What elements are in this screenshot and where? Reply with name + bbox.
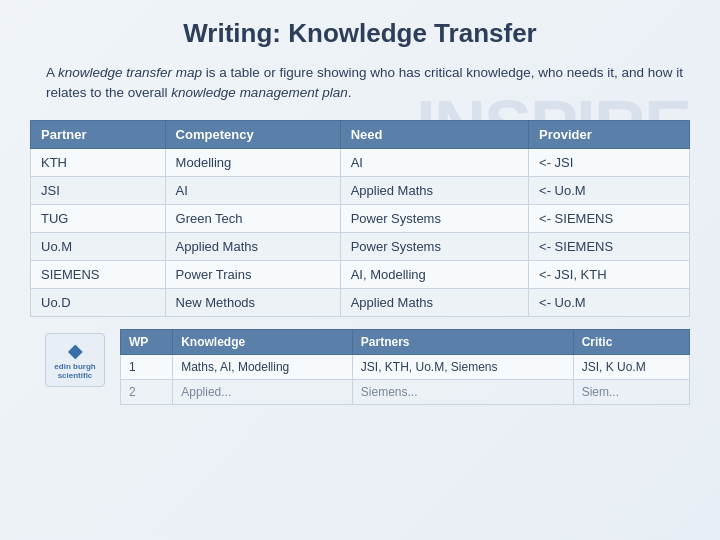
cell-partner: TUG — [31, 204, 166, 232]
cell-competency: Modelling — [165, 148, 340, 176]
col-header-partner: Partner — [31, 120, 166, 148]
wp-cell-partners: JSI, KTH, Uo.M, Siemens — [352, 354, 573, 379]
wp-cell-knowledge: Applied... — [173, 379, 353, 404]
logo-area: ◆ edin burgh scientific — [30, 329, 120, 391]
cell-partner: JSI — [31, 176, 166, 204]
knowledge-transfer-table: Partner Competency Need Provider KTHMode… — [30, 120, 690, 317]
cell-partner: Uo.M — [31, 232, 166, 260]
intro-paragraph: A knowledge transfer map is a table or f… — [30, 63, 690, 104]
cell-partner: Uo.D — [31, 288, 166, 316]
wp-cell-knowledge: Maths, AI, Modelling — [173, 354, 353, 379]
cell-provider: <- JSI, KTH — [529, 260, 690, 288]
wp-cell-partners: Siemens... — [352, 379, 573, 404]
cell-partner: KTH — [31, 148, 166, 176]
cell-need: Applied Maths — [340, 288, 528, 316]
table-row: SIEMENSPower TrainsAI, Modelling<- JSI, … — [31, 260, 690, 288]
table-row: TUGGreen TechPower Systems<- SIEMENS — [31, 204, 690, 232]
wp-cell-critic: JSI, K Uo.M — [573, 354, 689, 379]
page-title: Writing: Knowledge Transfer — [30, 18, 690, 49]
cell-provider: <- SIEMENS — [529, 232, 690, 260]
wp-table: WP Knowledge Partners Critic 1Maths, AI,… — [120, 329, 690, 405]
cell-provider: <- Uo.M — [529, 288, 690, 316]
cell-competency: Power Trains — [165, 260, 340, 288]
logo-line1: edin burgh — [54, 362, 95, 371]
cell-provider: <- SIEMENS — [529, 204, 690, 232]
bottom-section: ◆ edin burgh scientific WP Knowledge Par… — [30, 329, 690, 405]
logo-box: ◆ edin burgh scientific — [45, 333, 104, 387]
cell-competency: Applied Maths — [165, 232, 340, 260]
wp-table-row: 2Applied...Siemens...Siem... — [121, 379, 690, 404]
wp-cell-wp: 1 — [121, 354, 173, 379]
main-content: Writing: Knowledge Transfer A knowledge … — [0, 0, 720, 415]
cell-need: Power Systems — [340, 232, 528, 260]
wp-cell-wp: 2 — [121, 379, 173, 404]
cell-partner: SIEMENS — [31, 260, 166, 288]
cell-competency: New Methods — [165, 288, 340, 316]
wp-table-container: WP Knowledge Partners Critic 1Maths, AI,… — [120, 329, 690, 405]
logo-line2: scientific — [54, 371, 95, 380]
col-header-competency: Competency — [165, 120, 340, 148]
cell-need: Applied Maths — [340, 176, 528, 204]
cell-provider: <- Uo.M — [529, 176, 690, 204]
cell-need: AI — [340, 148, 528, 176]
table-row: JSIAIApplied Maths<- Uo.M — [31, 176, 690, 204]
table-row: Uo.MApplied MathsPower Systems<- SIEMENS — [31, 232, 690, 260]
col-header-need: Need — [340, 120, 528, 148]
wp-col-knowledge: Knowledge — [173, 329, 353, 354]
col-header-provider: Provider — [529, 120, 690, 148]
cell-provider: <- JSI — [529, 148, 690, 176]
logo-icon: ◆ — [54, 340, 95, 362]
wp-col-wp: WP — [121, 329, 173, 354]
cell-competency: AI — [165, 176, 340, 204]
table-row: KTHModellingAI<- JSI — [31, 148, 690, 176]
wp-col-partners: Partners — [352, 329, 573, 354]
wp-col-critic: Critic — [573, 329, 689, 354]
cell-competency: Green Tech — [165, 204, 340, 232]
cell-need: AI, Modelling — [340, 260, 528, 288]
table-row: Uo.DNew MethodsApplied Maths<- Uo.M — [31, 288, 690, 316]
wp-cell-critic: Siem... — [573, 379, 689, 404]
cell-need: Power Systems — [340, 204, 528, 232]
wp-table-row: 1Maths, AI, ModellingJSI, KTH, Uo.M, Sie… — [121, 354, 690, 379]
